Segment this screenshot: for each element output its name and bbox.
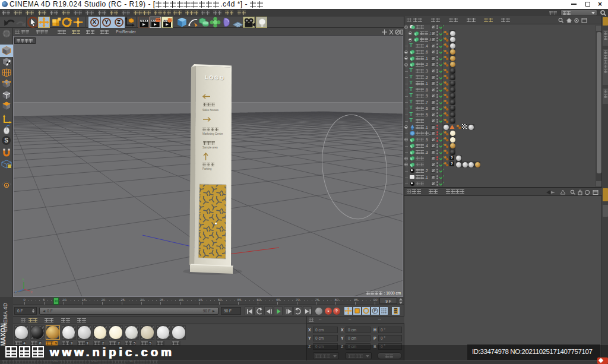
svg-text:Z: Z <box>15 290 17 294</box>
svg-text:X: X <box>30 290 33 294</box>
svg-text:Y: Y <box>22 278 24 281</box>
svg-text:P: P <box>373 308 376 312</box>
